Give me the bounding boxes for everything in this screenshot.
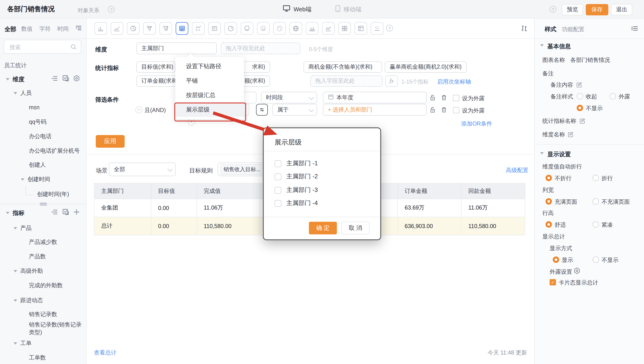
metric-group-field-work[interactable]: 高级外勤	[0, 264, 86, 278]
radio-show[interactable]	[553, 256, 559, 263]
radio-note-collapse[interactable]	[577, 93, 583, 99]
metric-sales-records-by-type[interactable]: 销售记录数(销售记录类型)	[0, 322, 86, 336]
apply-button[interactable]: 应用	[96, 135, 125, 148]
card-total-checkbox[interactable]: ✓	[550, 279, 556, 286]
col-header[interactable]: 主属部门	[94, 183, 151, 199]
chart-type-map-world-icon[interactable]	[273, 22, 286, 35]
radio-comfortable[interactable]	[546, 221, 552, 228]
target-rule-chip[interactable]: 销售收入目标...	[220, 164, 264, 174]
preview-button[interactable]: 预览	[562, 4, 583, 15]
settings-hexagon-icon[interactable]	[73, 75, 80, 84]
sidebar-splitter[interactable]	[0, 204, 87, 204]
radio-hide[interactable]	[592, 256, 599, 263]
tab-web[interactable]: Web端	[283, 0, 312, 18]
dim-group-person[interactable]: 人员	[0, 86, 86, 100]
target-rule-select[interactable]: 销售收入目标...	[218, 162, 266, 176]
tab-time-fields[interactable]: 时间	[57, 25, 69, 33]
dim-field-qq[interactable]: qq号码	[0, 115, 86, 129]
col-header[interactable]: 订单金额	[398, 183, 462, 199]
tab-number-fields[interactable]: 数值	[21, 25, 32, 33]
object-relation-label[interactable]: 对象关系	[78, 7, 99, 14]
metric-group-work-order[interactable]: 工单	[0, 336, 86, 350]
lock-open-icon[interactable]	[430, 106, 436, 115]
chart-type-line-icon[interactable]	[111, 22, 123, 35]
filter1-value-box[interactable]: 本年度	[323, 92, 427, 104]
chart-type-matrix-icon[interactable]	[338, 22, 351, 35]
save-button[interactable]: 保存	[586, 4, 608, 15]
metric-chip-won-opportunity[interactable]: 赢单商机金额(商机2.0)(求和)	[385, 62, 466, 73]
chart-type-globe-icon[interactable]	[290, 22, 302, 35]
filter1-operator-select[interactable]: 时间段	[261, 92, 317, 104]
caret-down-icon[interactable]	[540, 152, 544, 154]
swap-axis-icon[interactable]	[520, 24, 528, 34]
tab-all-fields[interactable]: 全部	[4, 25, 16, 34]
locate-field-icon[interactable]	[52, 75, 58, 84]
tab-style[interactable]: 样式	[545, 25, 556, 34]
radio-not-full-page[interactable]	[592, 198, 599, 204]
locate-field-icon[interactable]	[52, 209, 58, 217]
dim-field-office-phone[interactable]: 办公电话	[0, 130, 86, 143]
view-total-link[interactable]: 查看总计	[94, 349, 116, 357]
metric-chip-opportunity[interactable]: 商机金额(不含输单)(求和)	[304, 62, 382, 73]
advanced-config-link[interactable]: 高级配置	[506, 167, 528, 174]
level-option-3[interactable]: 主属部门 -3	[274, 186, 318, 194]
chart-type-pie-icon[interactable]	[127, 22, 140, 35]
checkbox-icon[interactable]	[274, 200, 281, 206]
metric-sales-records[interactable]: 销售记录数	[0, 308, 86, 321]
metric-group-followup[interactable]: 跟进动态	[0, 294, 86, 307]
filter2-expose-checkbox[interactable]	[453, 107, 459, 113]
add-metric-icon[interactable]	[73, 209, 80, 217]
confirm-button[interactable]: 确 定	[309, 222, 337, 234]
menu-item-level-summary[interactable]: 按层级汇总	[175, 88, 244, 102]
edit-icon[interactable]	[568, 131, 574, 139]
help-icon[interactable]: ?	[108, 6, 115, 13]
metric-work-order-count[interactable]: 工单数	[0, 351, 86, 364]
level-option-2[interactable]: 主属部门 -2	[274, 173, 318, 180]
collapse-panel-icon[interactable]	[631, 25, 638, 34]
help-icon[interactable]: ?	[550, 6, 556, 13]
gear-hexagon-icon[interactable]	[574, 267, 580, 276]
chart-type-funnel-icon[interactable]	[143, 22, 156, 35]
chart-type-funnel-compare-icon[interactable]	[160, 22, 172, 35]
multi-select-icon[interactable]	[62, 209, 69, 217]
collapse-panel-icon[interactable]	[75, 25, 82, 33]
chart-type-map-cn-icon[interactable]: CN	[241, 22, 253, 35]
metrics-section-header[interactable]: 指标	[0, 208, 86, 218]
fx-formula-icon[interactable]: fx	[385, 76, 398, 87]
metric-product-decrease[interactable]: 产品减少数	[0, 235, 86, 249]
chart-type-pivot-icon[interactable]	[354, 22, 367, 35]
radio-no-wrap[interactable]	[546, 175, 552, 181]
menu-item-flat[interactable]: 平铺	[175, 74, 244, 88]
metric-field-work-done[interactable]: 完成的外勤数	[0, 279, 86, 292]
checkbox-icon[interactable]	[274, 160, 281, 167]
chart-type-combo-icon[interactable]	[192, 22, 204, 35]
menu-item-drill-path[interactable]: 设置下钻路径	[175, 59, 244, 74]
filter2-value-box[interactable]: + 选择人员和部门	[323, 104, 427, 116]
col-header[interactable]: 完成值	[197, 183, 260, 199]
radio-wrap[interactable]	[592, 175, 599, 181]
radio-compact[interactable]	[592, 221, 599, 228]
exit-button[interactable]: 退出	[611, 4, 632, 15]
chart-type-multi-line-icon[interactable]	[322, 22, 335, 35]
col-header[interactable]: 目标值	[151, 183, 197, 199]
chart-type-histogram-icon[interactable]	[306, 22, 318, 35]
tab-text-fields[interactable]: 字符	[39, 25, 50, 33]
field-search-box[interactable]	[4, 40, 81, 54]
secondary-axis-link[interactable]: 启用次坐标轴	[437, 78, 471, 86]
dimension-dropzone[interactable]: 拖入字段至此处	[221, 42, 300, 54]
col-header[interactable]: 回款金额	[462, 183, 525, 199]
radio-note-expose[interactable]	[610, 93, 616, 99]
caret-down-icon[interactable]	[6, 78, 10, 80]
dimensions-section-header[interactable]: 维度	[0, 74, 86, 84]
filter1-expose-checkbox[interactable]	[453, 95, 459, 101]
chart-type-card-icon[interactable]	[208, 22, 221, 35]
radio-note-hide[interactable]	[577, 105, 583, 111]
metric-dropzone[interactable]: 拖入字段至此处	[310, 76, 382, 87]
radio-full-page[interactable]	[546, 198, 552, 204]
chart-type-bar-icon[interactable]	[94, 22, 107, 35]
multi-select-icon[interactable]	[62, 75, 69, 84]
remove-condition-icon[interactable]: −	[136, 106, 142, 113]
scene-select[interactable]: 全部	[109, 162, 176, 176]
dim-field-msn[interactable]: msn	[0, 101, 86, 114]
dim-group-create-time[interactable]: 创建时间	[0, 172, 86, 186]
